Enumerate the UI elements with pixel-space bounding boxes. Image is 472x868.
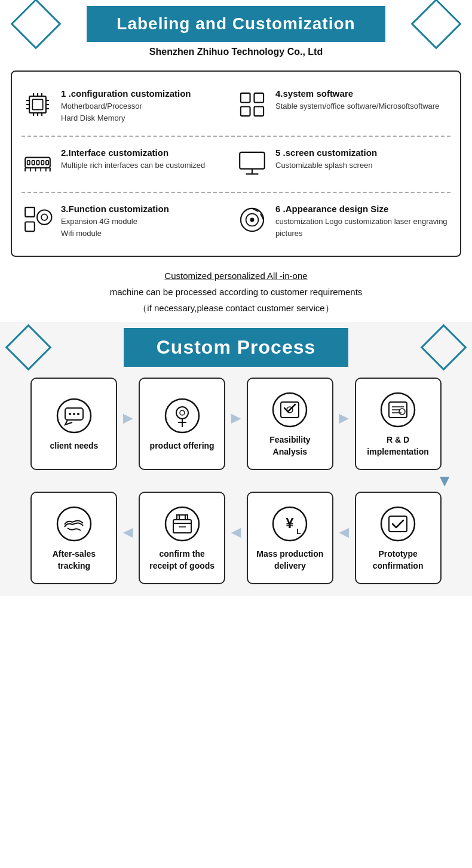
custom-text-5: 5 .screen customization Customizable spl… xyxy=(275,148,377,171)
hdd-icon xyxy=(236,204,268,236)
card-label-product-offering: product offering xyxy=(150,440,214,452)
card-label-client-needs: client needs xyxy=(50,440,98,452)
custom-text-2: 2.Interface customization Multiple rich … xyxy=(61,148,205,171)
svg-rect-15 xyxy=(254,93,263,103)
custom-desc-6: customization Logo customization laser e… xyxy=(275,216,450,239)
svg-rect-34 xyxy=(25,222,35,231)
svg-text:L: L xyxy=(297,527,301,536)
settings-check-icon xyxy=(271,391,308,428)
svg-rect-63 xyxy=(173,520,191,533)
svg-rect-30 xyxy=(240,152,265,169)
card-label-mass-production: Mass production delivery xyxy=(253,548,327,572)
description-section: Customized personalized All -in-one mach… xyxy=(0,257,472,322)
svg-point-51 xyxy=(180,410,185,415)
process-card-client-needs: client needs xyxy=(30,378,117,470)
process-title: Custom Process xyxy=(157,336,316,358)
svg-point-45 xyxy=(73,413,75,415)
custom-text-4: 4.system software Stable system/office s… xyxy=(275,88,439,112)
header-section: Labeling and Customization Shenzhen Zhih… xyxy=(0,0,472,70)
svg-rect-20 xyxy=(32,161,34,165)
svg-point-47 xyxy=(165,399,199,433)
custom-row-1: 1 .configuration customization Motherboa… xyxy=(22,82,450,132)
process-diamonds: Custom Process xyxy=(0,328,472,367)
custom-title-6: 6 .Appearance design Size xyxy=(275,204,450,214)
svg-point-42 xyxy=(57,399,91,433)
diamond-right-icon xyxy=(411,0,462,49)
company-subtitle: Shenzhen Zhihuo Technology Co., Ltd xyxy=(0,47,472,57)
svg-rect-19 xyxy=(27,161,30,165)
custom-item-4: 4.system software Stable system/office s… xyxy=(236,88,450,121)
ram-icon xyxy=(22,148,54,180)
custom-title-5: 5 .screen customization xyxy=(275,148,377,158)
card-label-rd: R & D implementation xyxy=(361,434,436,458)
svg-rect-16 xyxy=(241,106,250,116)
extensions-icon xyxy=(22,204,54,236)
process-section: Custom Process client needs ► xyxy=(0,322,472,596)
svg-point-39 xyxy=(250,218,255,222)
arrow-down-icon: ▼ xyxy=(0,470,472,492)
checkbox-icon xyxy=(379,505,416,542)
svg-rect-69 xyxy=(389,516,407,532)
chat-icon xyxy=(56,397,93,434)
header-diamonds: Labeling and Customization xyxy=(0,6,472,42)
process-card-feasibility: Feasibility Analysis xyxy=(247,378,333,470)
custom-desc-4: Stable system/office software/Microsofts… xyxy=(275,100,439,112)
arrow-left-1: ◄ xyxy=(117,523,139,542)
svg-point-46 xyxy=(77,413,79,415)
svg-rect-21 xyxy=(36,161,39,165)
custom-item-5: 5 .screen customization Customizable spl… xyxy=(236,148,450,180)
svg-rect-33 xyxy=(25,207,35,217)
svg-point-60 xyxy=(399,409,405,415)
custom-desc-1: Motherboard/ProcessorHard Disk Memory xyxy=(61,100,191,124)
handshake-icon xyxy=(56,505,93,542)
custom-text-1: 1 .configuration customization Motherboa… xyxy=(61,88,191,124)
card-label-prototype: Prototype confirmation xyxy=(361,548,436,572)
process-card-confirm-receipt: confirm the receipt of goods xyxy=(139,492,225,584)
arrow-right-2: ► xyxy=(225,409,247,428)
svg-point-68 xyxy=(381,507,415,541)
custom-row-3: 3.Function customization Expansion 4G mo… xyxy=(22,192,450,247)
page-title: Labeling and Customization xyxy=(117,14,355,33)
desc-line3: （if necessary,please contact customer se… xyxy=(18,300,454,316)
svg-rect-1 xyxy=(32,99,42,109)
card-label-feasibility: Feasibility Analysis xyxy=(253,434,327,458)
header-title-box: Labeling and Customization xyxy=(87,6,385,42)
svg-point-48 xyxy=(176,407,188,419)
desc-underline: Customized personalized All -in-one xyxy=(164,271,307,281)
custom-text-3: 3.Function customization Expansion 4G mo… xyxy=(61,204,169,239)
custom-desc-3: Expansion 4G moduleWifi module xyxy=(61,216,169,239)
monitor-icon xyxy=(236,148,268,180)
proc-diamond-right-icon xyxy=(421,324,467,371)
diamond-left-icon xyxy=(11,0,62,49)
process-row-1: client needs ► product offering ► xyxy=(0,372,472,470)
svg-text:¥: ¥ xyxy=(286,515,295,531)
custom-desc-5: Customizable splash screen xyxy=(275,160,377,171)
apps-icon xyxy=(236,88,268,121)
custom-text-6: 6 .Appearance design Size customization … xyxy=(275,204,450,239)
yen-icon: ¥ L xyxy=(271,505,308,542)
card-label-after-sales: After-sales tracking xyxy=(36,548,111,572)
desc-line2: machine can be processed according to cu… xyxy=(18,284,454,300)
award-icon xyxy=(164,397,201,434)
process-title-box: Custom Process xyxy=(124,328,349,367)
process-card-after-sales: After-sales tracking xyxy=(30,492,117,584)
proc-diamond-left-icon xyxy=(5,324,52,371)
svg-rect-0 xyxy=(29,96,46,113)
card-label-confirm-receipt: confirm the receipt of goods xyxy=(145,548,219,572)
custom-title-4: 4.system software xyxy=(275,88,439,99)
arrow-right-1: ► xyxy=(117,409,139,428)
custom-title-2: 2.Interface customization xyxy=(61,148,205,158)
box-icon xyxy=(164,505,201,542)
customization-box: 1 .configuration customization Motherboa… xyxy=(11,70,461,257)
svg-point-35 xyxy=(37,210,51,225)
arrow-left-2: ◄ xyxy=(225,523,247,542)
custom-row-2: 2.Interface customization Multiple rich … xyxy=(22,136,450,188)
custom-item-2: 2.Interface customization Multiple rich … xyxy=(22,148,236,180)
chip-icon xyxy=(22,88,54,121)
process-card-product-offering: product offering xyxy=(139,378,225,470)
custom-item-1: 1 .configuration customization Motherboa… xyxy=(22,88,236,124)
arrow-right-3: ► xyxy=(333,409,355,428)
custom-item-3: 3.Function customization Expansion 4G mo… xyxy=(22,204,236,239)
custom-title-1: 1 .configuration customization xyxy=(61,88,191,99)
process-row-2: After-sales tracking ◄ confirm the recei… xyxy=(0,492,472,584)
